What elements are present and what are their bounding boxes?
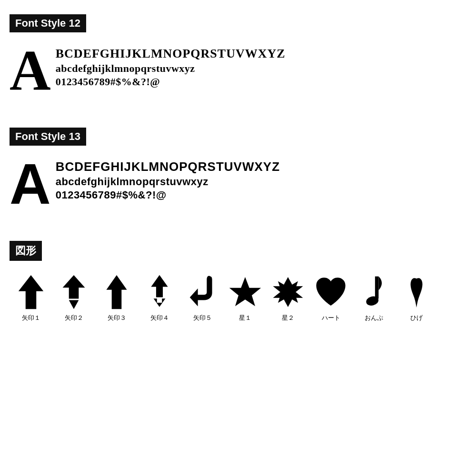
svg-marker-2: [69, 300, 79, 309]
arrow3-icon: [100, 273, 133, 311]
star2-label: 星２: [282, 314, 294, 322]
arrow3-label: 矢印３: [108, 314, 126, 322]
arrow4-icon: [143, 273, 176, 311]
shape-arrow5: 矢印５: [181, 273, 224, 322]
svg-marker-5: [154, 298, 166, 307]
svg-marker-1: [62, 275, 85, 298]
svg-marker-0: [19, 275, 44, 308]
shape-star2: 星２: [267, 273, 309, 322]
font-style-12-section: Font Style 12 A BCDEFGHIJKLMNOPQRSTUVWXY…: [0, 0, 476, 113]
shape-star1: 星１: [224, 273, 267, 322]
arrow2-label: 矢印２: [65, 314, 83, 322]
arrow4-label: 矢印４: [150, 314, 169, 322]
font12-numbers: 0123456789#$%&?!@: [56, 75, 286, 89]
font12-lowercase: abcdefghijklmnopqrstuvwxyz: [56, 62, 286, 76]
font13-demo: A BCDEFGHIJKLMNOPQRSTUVWXYZ abcdefghijkl…: [10, 150, 466, 212]
star2-icon: [271, 273, 305, 311]
svg-marker-4: [151, 275, 168, 297]
mustache-icon: [400, 273, 433, 311]
shape-arrow4: 矢印４: [138, 273, 181, 322]
svg-marker-3: [106, 275, 127, 308]
arrow2-icon: [57, 273, 90, 311]
music-icon: [357, 273, 390, 311]
font12-big-letter: A: [10, 42, 51, 99]
shapes-section: 図形 矢印１ 矢印２: [0, 227, 476, 337]
shape-music: おんぷ: [352, 273, 395, 322]
font12-demo: A BCDEFGHIJKLMNOPQRSTUVWXYZ abcdefghijkl…: [10, 37, 466, 99]
font13-lowercase: abcdefghijklmnopqrstuvwxyz: [56, 175, 280, 189]
shapes-row: 矢印１ 矢印２ 矢印３: [10, 273, 466, 322]
arrow1-label: 矢印１: [22, 314, 40, 322]
shape-arrow1: 矢印１: [10, 273, 52, 322]
font-style-13-section: Font Style 13 A BCDEFGHIJKLMNOPQRSTUVWXY…: [0, 113, 476, 227]
shape-heart: ハート: [309, 273, 352, 322]
font-style-12-header: Font Style 12: [10, 14, 86, 32]
arrow5-label: 矢印５: [193, 314, 212, 322]
heart-label: ハート: [322, 314, 340, 322]
shape-arrow2: 矢印２: [52, 273, 95, 322]
heart-icon: [314, 273, 347, 311]
arrow1-icon: [14, 273, 48, 311]
music-label: おんぷ: [365, 314, 383, 322]
svg-rect-9: [375, 276, 378, 298]
font12-characters: BCDEFGHIJKLMNOPQRSTUVWXYZ abcdefghijklmn…: [56, 46, 286, 89]
font12-uppercase: BCDEFGHIJKLMNOPQRSTUVWXYZ: [56, 46, 286, 62]
shape-arrow3: 矢印３: [95, 273, 138, 322]
shapes-header: 図形: [10, 241, 42, 261]
font13-uppercase: BCDEFGHIJKLMNOPQRSTUVWXYZ: [56, 159, 280, 175]
font-style-13-header: Font Style 13: [10, 128, 86, 146]
shape-mustache: ひげ: [395, 273, 438, 322]
mustache-label: ひげ: [410, 314, 423, 322]
font13-characters: BCDEFGHIJKLMNOPQRSTUVWXYZ abcdefghijklmn…: [56, 159, 280, 202]
arrow5-icon: [186, 273, 219, 311]
font13-big-letter: A: [10, 155, 51, 212]
star1-label: 星１: [239, 314, 251, 322]
star1-icon: [228, 273, 262, 311]
svg-marker-6: [229, 277, 261, 306]
font13-numbers: 0123456789#$%&?!@: [56, 188, 280, 202]
